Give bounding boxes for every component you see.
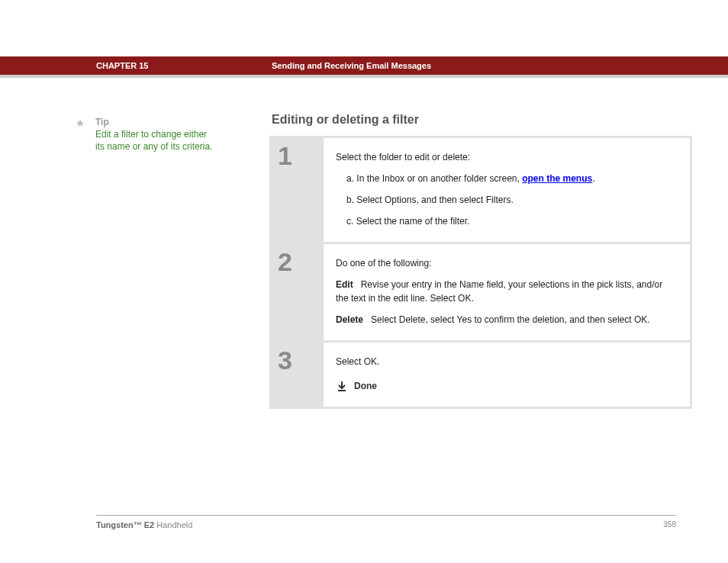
product-bold: Tungsten™ E2 [96, 520, 154, 529]
tip-block: * Tip Edit a filter to change either its… [77, 116, 237, 153]
step-row: 1 Select the folder to edit or delete: a… [272, 138, 690, 242]
step-def: Delete Select Delete, select Yes to conf… [336, 313, 678, 327]
asterisk-icon: * [77, 115, 83, 137]
sub-suffix: . [592, 173, 594, 184]
chapter-label: CHAPTER 15 [96, 61, 148, 70]
step-sub-item: c. Select the name of the filter. [336, 214, 678, 228]
done-label: Done [354, 379, 377, 393]
step-sub-item: b. Select Options, and then select Filte… [336, 193, 678, 207]
product-rest: Handheld [154, 520, 192, 529]
step-body: Do one of the following: Edit Revise you… [324, 244, 690, 340]
header-subtitle: Sending and Receiving Email Messages [272, 61, 431, 70]
done-row: Done [336, 379, 678, 393]
step-number: 2 [272, 244, 324, 340]
tip-label: Tip [95, 116, 237, 128]
step-number: 1 [272, 138, 324, 242]
header-gray-strip [0, 75, 728, 78]
step-body: Select the folder to edit or delete: a. … [324, 138, 690, 242]
step-intro: Do one of the following: [336, 256, 678, 270]
steps-container: 1 Select the folder to edit or delete: a… [269, 136, 692, 409]
header-bar: CHAPTER 15 Sending and Receiving Email M… [0, 56, 728, 78]
def-desc: Revise your entry in the Name field, you… [336, 279, 662, 304]
product-name: Tungsten™ E2 Handheld [96, 520, 192, 529]
step-def: Edit Revise your entry in the Name field… [336, 278, 678, 305]
step-row: 2 Do one of the following: Edit Revise y… [272, 244, 690, 340]
header-red-strip: CHAPTER 15 Sending and Receiving Email M… [0, 56, 728, 75]
open-menus-link[interactable]: open the menus [522, 173, 592, 184]
step-row: 3 Select OK. Done [272, 343, 690, 407]
step-number: 3 [272, 343, 324, 407]
footer: Tungsten™ E2 Handheld 358 [96, 515, 676, 529]
def-term: Edit [336, 279, 353, 290]
step-body: Select OK. Done [324, 343, 690, 407]
page-number: 358 [663, 520, 676, 529]
done-arrow-icon [336, 380, 348, 392]
step-sub-item: a. In the Inbox or on another folder scr… [336, 172, 678, 185]
section-title: Editing or deleting a filter [272, 113, 419, 127]
tip-text: Edit a filter to change either its name … [95, 128, 217, 153]
sub-text: a. In the Inbox or on another folder scr… [346, 173, 522, 184]
step-intro: Select OK. [336, 355, 678, 368]
step-intro: Select the folder to edit or delete: [336, 150, 678, 164]
def-term: Delete [336, 314, 363, 325]
def-desc: Select Delete, select Yes to confirm the… [371, 314, 650, 325]
